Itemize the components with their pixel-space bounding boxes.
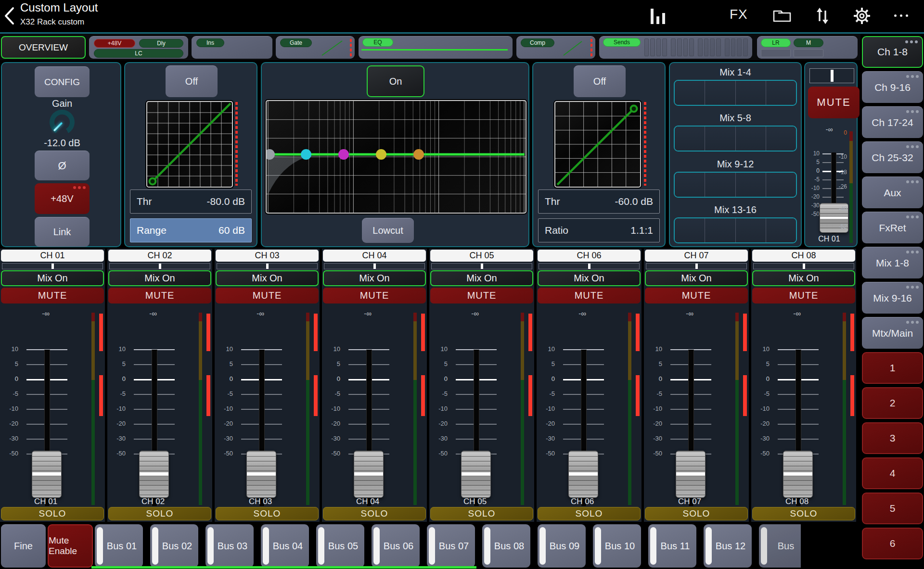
bus-button[interactable]: Bus 01 [95, 524, 143, 568]
mix-on-button[interactable]: Mix On [1, 270, 104, 286]
mix-on-button[interactable]: Mix On [216, 270, 319, 286]
solo-button[interactable]: SOLO [538, 507, 641, 520]
layer-button[interactable]: 2 [862, 387, 923, 419]
send-group-faders[interactable] [674, 80, 797, 106]
bus-button[interactable]: Bus 07 [427, 524, 475, 568]
fx-icon[interactable]: FX [730, 7, 748, 22]
bus-button[interactable]: Bus 06 [372, 524, 420, 568]
main-tab[interactable]: LR M [757, 36, 858, 59]
updown-icon[interactable] [815, 7, 830, 25]
solo-button[interactable]: SOLO [108, 507, 211, 520]
mute-button[interactable]: MUTE [1, 288, 104, 303]
bus-button[interactable]: Bus [759, 524, 801, 568]
mute-button[interactable]: MUTE [645, 288, 748, 303]
send-group-faders[interactable] [674, 126, 797, 152]
gate-range-row[interactable]: Range 60 dB [130, 218, 252, 242]
eq-band-4-dot[interactable] [413, 149, 424, 160]
fader-knob[interactable] [461, 451, 491, 498]
send-slot[interactable] [675, 173, 705, 197]
strip-mute-button[interactable]: MUTE [808, 87, 860, 118]
layer-button[interactable]: Ch 1-8 [862, 36, 923, 68]
send-slot[interactable] [675, 81, 705, 105]
back-icon[interactable] [4, 7, 15, 25]
solo-button[interactable]: SOLO [752, 507, 855, 520]
comp-graph[interactable] [554, 101, 641, 188]
fader-knob[interactable] [246, 451, 276, 498]
gate-state-button[interactable]: Off [166, 65, 218, 97]
layer-button[interactable]: 1 [862, 352, 923, 384]
fader-knob[interactable] [783, 451, 813, 498]
mix-on-button[interactable]: Mix On [645, 270, 748, 286]
bus-button[interactable]: Bus 09 [538, 524, 586, 568]
pan-bar[interactable] [431, 263, 532, 269]
bus-button[interactable]: Bus 04 [261, 524, 309, 568]
phase-button[interactable]: Ø [35, 151, 90, 180]
channel-header[interactable]: CH 08 [752, 250, 855, 262]
gate-threshold-row[interactable]: Thr -80.0 dB [130, 190, 252, 214]
layer-button[interactable]: Mix 9-16 [862, 282, 923, 314]
layer-button[interactable]: 4 [862, 457, 923, 489]
gate-graph[interactable] [146, 101, 233, 188]
sends-tab[interactable]: Sends [599, 36, 752, 59]
send-slot[interactable] [705, 81, 735, 105]
lr-pill[interactable]: LR [761, 38, 791, 47]
pan-bar[interactable] [2, 263, 103, 269]
layer-button[interactable]: 6 [862, 528, 923, 559]
send-slot[interactable] [736, 81, 766, 105]
insert-pill[interactable]: Ins [196, 38, 224, 47]
layer-button[interactable]: FxRet [862, 212, 923, 243]
channel-header[interactable]: CH 01 [1, 250, 104, 262]
delay-pill[interactable]: Dly [139, 39, 183, 48]
comp-threshold-row[interactable]: Thr -60.0 dB [538, 190, 660, 214]
mute-button[interactable]: MUTE [108, 288, 211, 303]
folder-icon[interactable] [772, 8, 792, 23]
more-icon[interactable] [894, 14, 908, 17]
lowcut-button[interactable]: Lowcut [362, 218, 414, 243]
fader-knob[interactable] [139, 451, 169, 498]
mute-enable-button[interactable]: Mute Enable [48, 524, 93, 568]
comp-tab[interactable]: Comp [516, 36, 595, 59]
layer-button[interactable]: Ch 25-32 [862, 141, 923, 173]
bus-button[interactable]: Bus 08 [482, 524, 530, 568]
gear-icon[interactable] [853, 7, 871, 25]
solo-button[interactable]: SOLO [323, 507, 426, 520]
layer-button[interactable]: Mix 1-8 [862, 247, 923, 278]
mute-button[interactable]: MUTE [752, 288, 855, 303]
mix-on-button[interactable]: Mix On [108, 270, 211, 286]
channel-header[interactable]: CH 07 [645, 250, 748, 262]
solo-button[interactable]: SOLO [430, 507, 533, 520]
mute-button[interactable]: MUTE [430, 288, 533, 303]
solo-button[interactable]: SOLO [1, 507, 104, 520]
layer-button[interactable]: 3 [862, 422, 923, 454]
eq-pill[interactable]: EQ [362, 38, 393, 47]
eq-band-3-dot[interactable] [376, 149, 386, 160]
layer-button[interactable]: Mtx/Main [862, 317, 923, 349]
fader-knob[interactable] [676, 451, 706, 498]
layer-button[interactable]: 5 [862, 493, 923, 524]
gate-pill[interactable]: Gate [280, 38, 312, 47]
bus-button[interactable]: Bus 12 [704, 524, 752, 568]
config-button[interactable]: CONFIG [35, 66, 90, 97]
mix-on-button[interactable]: Mix On [752, 270, 855, 286]
send-group-faders[interactable] [674, 217, 797, 243]
send-slot[interactable] [736, 218, 766, 242]
pan-bar[interactable] [217, 263, 318, 269]
bus-button[interactable]: Bus 11 [648, 524, 696, 568]
insert-tab[interactable]: Ins [192, 36, 272, 59]
pan-bar[interactable] [324, 263, 425, 269]
bus-button[interactable]: Bus 05 [316, 524, 364, 568]
mix-on-button[interactable]: Mix On [538, 270, 641, 286]
mute-button[interactable]: MUTE [323, 288, 426, 303]
send-slot[interactable] [766, 173, 796, 197]
send-slot[interactable] [705, 218, 735, 242]
channel-header[interactable]: CH 04 [323, 250, 426, 262]
send-slot[interactable] [766, 81, 796, 105]
pan-bar[interactable] [753, 263, 854, 269]
solo-button[interactable]: SOLO [645, 507, 748, 520]
eq-band-2-dot[interactable] [338, 149, 349, 160]
send-slot[interactable] [736, 126, 766, 151]
bus-button[interactable]: Bus 02 [150, 524, 198, 568]
pan-bar[interactable] [646, 263, 747, 269]
layer-button[interactable]: Aux [862, 177, 923, 208]
eq-graph[interactable] [266, 100, 526, 214]
